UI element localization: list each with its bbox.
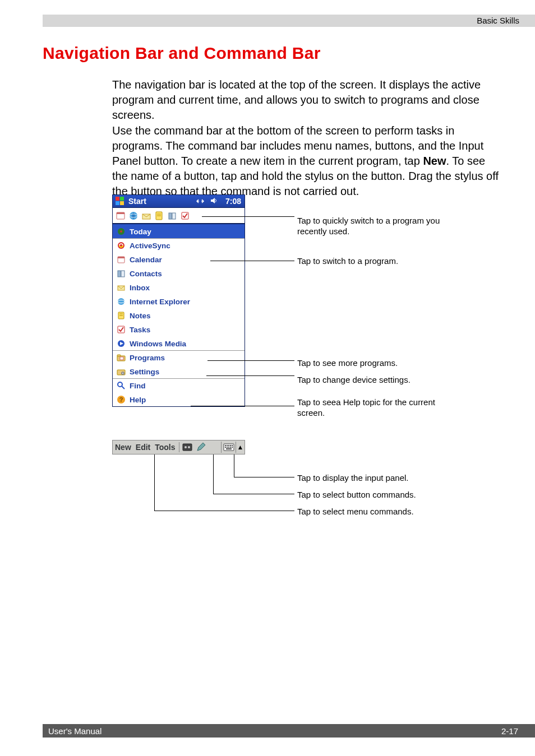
svg-rect-20 (118, 271, 121, 277)
calendar-icon (116, 254, 126, 265)
notes-icon (116, 310, 126, 321)
svg-rect-49 (232, 445, 233, 446)
svg-rect-54 (232, 447, 233, 448)
cassette-icon[interactable] (182, 442, 193, 453)
recent-icon-1[interactable] (115, 210, 126, 221)
paragraph-1: The navigation bar is located at the top… (112, 77, 501, 123)
menu-item-calendar[interactable]: Calendar (113, 252, 245, 266)
start-titlebar[interactable]: Start 7:08 (112, 194, 245, 208)
help-icon: ? (116, 395, 126, 405)
svg-rect-12 (169, 213, 172, 219)
recent-icon-2[interactable] (128, 210, 139, 221)
recent-icon-4[interactable] (154, 210, 165, 221)
menu-label: Windows Media (130, 340, 186, 348)
svg-rect-3 (120, 201, 124, 205)
svg-rect-53 (230, 447, 231, 448)
svg-rect-52 (228, 447, 229, 448)
leader-line (234, 477, 294, 477)
menu-item-find[interactable]: Find (113, 378, 245, 392)
menu-label: Programs (130, 354, 165, 362)
start-menu: Today ActiveSync Calendar Contacts Inbox… (112, 224, 245, 407)
menu-item-inbox[interactable]: Inbox (113, 280, 245, 294)
svg-rect-51 (227, 447, 228, 448)
page-title: Navigation Bar and Command Bar (43, 44, 321, 63)
windows-media-icon (116, 338, 126, 349)
cmd-edit[interactable]: Edit (133, 443, 153, 452)
connectivity-icon[interactable] (196, 197, 204, 207)
recent-icon-6[interactable] (179, 210, 191, 221)
menu-item-windows-media[interactable]: Windows Media (113, 336, 245, 350)
svg-rect-55 (226, 448, 232, 449)
callout-input-panel: Tap to display the input panel. (297, 473, 408, 483)
footer-left: User's Manual (48, 726, 102, 736)
recent-programs-row (112, 208, 245, 224)
header-section: Basic Skills (477, 16, 519, 25)
svg-rect-50 (225, 447, 226, 448)
callout-more: Tap to see more programs. (297, 358, 443, 369)
svg-rect-47 (228, 445, 229, 446)
inbox-icon (116, 282, 126, 293)
windows-flag-icon (115, 196, 125, 206)
paragraph-2-bold: New (423, 155, 446, 167)
keyboard-icon[interactable] (221, 442, 236, 453)
svg-line-38 (122, 386, 124, 389)
menu-item-tasks[interactable]: Tasks (113, 322, 245, 336)
menu-label: Internet Explorer (130, 298, 190, 306)
callout-menu-commands: Tap to select menu commands. (297, 507, 414, 516)
tasks-icon (116, 324, 126, 335)
cmd-tools[interactable]: Tools (153, 443, 177, 452)
leader-line (154, 454, 155, 511)
svg-rect-5 (117, 212, 124, 214)
menu-item-contacts[interactable]: Contacts (113, 266, 245, 280)
svg-rect-41 (183, 444, 192, 451)
svg-point-37 (118, 382, 122, 387)
menu-label: Inbox (130, 284, 150, 292)
pen-icon[interactable] (195, 442, 206, 453)
menu-item-notes[interactable]: Notes (113, 308, 245, 322)
internet-explorer-icon (116, 296, 126, 307)
svg-point-43 (188, 446, 190, 448)
svg-rect-48 (230, 445, 231, 446)
menu-label: Help (130, 396, 146, 404)
start-label: Start (128, 197, 146, 206)
menu-item-ie[interactable]: Internet Explorer (113, 294, 245, 308)
callout-recent: Tap to quickly switch to a program you r… (297, 216, 443, 237)
svg-point-36 (122, 373, 123, 374)
svg-rect-45 (225, 445, 226, 446)
svg-rect-33 (120, 357, 123, 360)
menu-label: Settings (130, 368, 159, 376)
input-panel-arrow-icon[interactable]: ▲ (236, 442, 245, 453)
recent-icon-3[interactable] (141, 210, 152, 221)
find-icon (116, 381, 126, 391)
callout-switch: Tap to switch to a program. (297, 256, 409, 267)
recent-icon-5[interactable] (167, 210, 178, 221)
menu-item-help[interactable]: ? Help (113, 392, 245, 406)
leader-line (210, 261, 294, 261)
menu-item-settings[interactable]: Settings (113, 364, 245, 378)
svg-rect-19 (118, 257, 124, 258)
leader-line (206, 375, 294, 376)
menu-label: Find (130, 382, 146, 390)
svg-point-17 (118, 242, 124, 249)
svg-point-16 (120, 230, 122, 233)
menu-label: Notes (130, 312, 151, 320)
leader-line (132, 454, 177, 455)
callout-button-commands: Tap to select button commands. (297, 490, 416, 499)
clock-time[interactable]: 7:08 (225, 197, 241, 206)
menu-label: ActiveSync (130, 242, 170, 250)
speaker-icon[interactable] (210, 197, 218, 206)
menu-item-programs[interactable]: Programs (113, 350, 245, 364)
today-icon (116, 226, 126, 236)
svg-rect-13 (172, 213, 176, 219)
menu-item-today[interactable]: Today (113, 224, 245, 238)
cmd-new[interactable]: New (113, 443, 133, 452)
figure-area: Start 7:08 Today Ac (112, 194, 494, 514)
menu-label-today: Today (130, 228, 151, 236)
leader-line (154, 511, 294, 511)
leader-line (234, 454, 234, 477)
svg-rect-21 (121, 271, 124, 277)
footer-band: User's Manual 2-17 (43, 724, 535, 738)
svg-text:?: ? (119, 396, 123, 403)
menu-label: Calendar (130, 256, 162, 264)
menu-item-activesync[interactable]: ActiveSync (113, 238, 245, 252)
